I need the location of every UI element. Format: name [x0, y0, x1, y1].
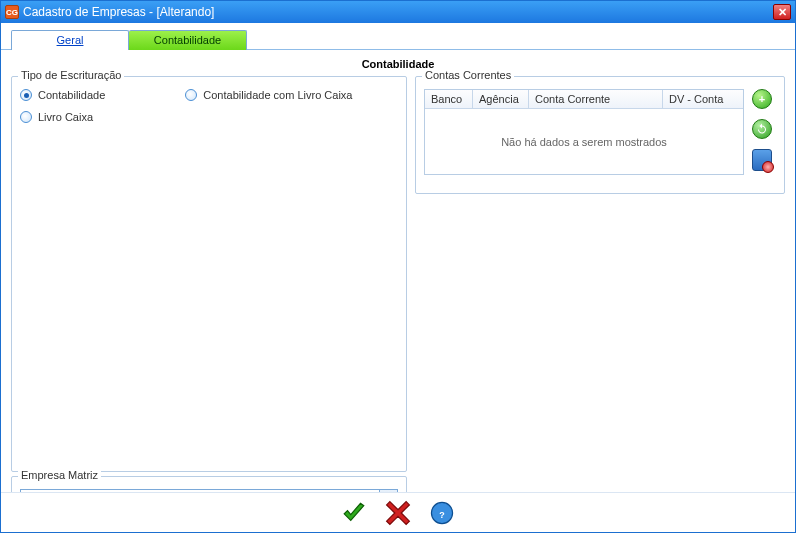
plus-icon: + [759, 93, 765, 105]
radio-dot-icon [20, 111, 32, 123]
check-icon [340, 500, 368, 526]
refresh-conta-button[interactable] [752, 119, 772, 139]
ok-button[interactable] [339, 499, 369, 527]
chevron-down-icon [379, 490, 397, 492]
radio-row-2: Livro Caixa [20, 111, 398, 123]
group-tipo-escrituracao: Tipo de Escrituração Contabilidade Conta… [11, 76, 407, 472]
tabs: Geral Contabilidade [1, 23, 795, 50]
footer-actions: ? [1, 492, 795, 532]
th-conta-corrente[interactable]: Conta Corrente [529, 90, 663, 108]
radio-label-com-livro: Contabilidade com Livro Caixa [203, 89, 352, 101]
titlebar: CG Cadastro de Empresas - [Alterando] ✕ [1, 1, 795, 23]
add-conta-button[interactable]: + [752, 89, 772, 109]
content-area: Contabilidade Tipo de Escrituração Conta… [1, 50, 795, 492]
combo-matriz-value [21, 490, 379, 492]
section-title: Contabilidade [11, 54, 785, 72]
delete-conta-button[interactable] [752, 149, 772, 171]
help-button[interactable]: ? [427, 499, 457, 527]
group-empresa-matriz: Empresa Matriz [11, 476, 407, 492]
cancel-icon [385, 500, 411, 526]
contas-table: Banco Agência Conta Corrente DV - Conta … [424, 89, 744, 175]
legend-tipo: Tipo de Escrituração [18, 69, 124, 81]
legend-matriz: Empresa Matriz [18, 469, 101, 481]
radio-dot-icon [185, 89, 197, 101]
app-window: CG Cadastro de Empresas - [Alterando] ✕ … [0, 0, 796, 533]
radio-contabilidade[interactable]: Contabilidade [20, 89, 105, 101]
radio-row-1: Contabilidade Contabilidade com Livro Ca… [20, 89, 398, 101]
refresh-icon [756, 123, 768, 135]
th-banco[interactable]: Banco [425, 90, 473, 108]
radio-contabilidade-livro-caixa[interactable]: Contabilidade com Livro Caixa [185, 89, 352, 101]
svg-text:?: ? [439, 509, 444, 519]
tab-geral[interactable]: Geral [11, 30, 129, 50]
app-icon: CG [5, 5, 19, 19]
group-contas-correntes: Contas Correntes Banco Agência Conta Cor… [415, 76, 785, 194]
help-icon: ? [429, 500, 455, 526]
th-agencia[interactable]: Agência [473, 90, 529, 108]
contas-side-actions: + [748, 89, 776, 175]
legend-contas: Contas Correntes [422, 69, 514, 81]
radio-label-contabilidade: Contabilidade [38, 89, 105, 101]
left-column: Tipo de Escrituração Contabilidade Conta… [11, 76, 407, 492]
close-button[interactable]: ✕ [773, 4, 791, 20]
window-title: Cadastro de Empresas - [Alterando] [23, 5, 214, 19]
table-empty-message: Não há dados a serem mostrados [425, 109, 743, 174]
close-icon: ✕ [778, 6, 787, 19]
tab-contabilidade[interactable]: Contabilidade [129, 30, 247, 50]
titlebar-left: CG Cadastro de Empresas - [Alterando] [5, 5, 214, 19]
th-dv-conta[interactable]: DV - Conta [663, 90, 743, 108]
combo-empresa-matriz[interactable] [20, 489, 398, 492]
radio-livro-caixa[interactable]: Livro Caixa [20, 111, 93, 123]
cancel-button[interactable] [383, 499, 413, 527]
radio-dot-icon [20, 89, 32, 101]
table-header: Banco Agência Conta Corrente DV - Conta [425, 90, 743, 109]
top-row: Tipo de Escrituração Contabilidade Conta… [11, 76, 785, 492]
radio-label-livro: Livro Caixa [38, 111, 93, 123]
